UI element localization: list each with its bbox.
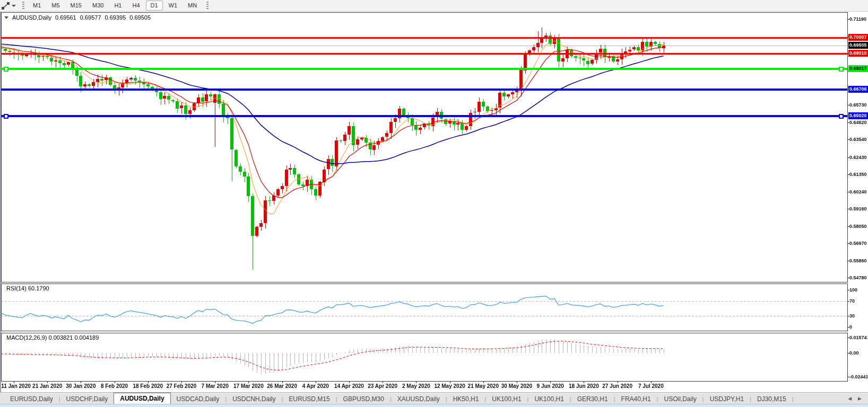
- chart-canvas[interactable]: [0, 0, 868, 407]
- date-label: 18 Jun 2020: [568, 383, 600, 390]
- trading-app-window: { "toolbar": { "timeframes": ["M1","M5",…: [0, 0, 868, 407]
- collapse-chart-icon[interactable]: [4, 16, 8, 19]
- price-tick-label: 0.60240: [849, 189, 867, 194]
- price-tick-label: 0.64620: [849, 120, 867, 125]
- rsi-tick-label: 100: [849, 287, 867, 293]
- date-label: 9 Jun 2020: [534, 383, 566, 390]
- macd-tick-label: 0.00: [849, 350, 867, 356]
- date-label: 14 Apr 2020: [333, 383, 365, 390]
- tab-eurusd-m15[interactable]: EURUSD,M15: [283, 394, 335, 404]
- level-badge: 0.68017: [848, 65, 868, 72]
- date-label: 27 Feb 2020: [166, 383, 197, 390]
- tab-uk100-h1[interactable]: UK100,H1: [486, 394, 527, 404]
- date-label: 18 Feb 2020: [132, 383, 164, 390]
- level-badge: 0.70007: [848, 34, 868, 41]
- date-label: 8 Feb 2020: [99, 383, 131, 390]
- tab-audusd-daily[interactable]: AUDUSD,Daily: [114, 393, 170, 404]
- macd-tick-label: 0.015741: [849, 335, 867, 340]
- tab-dj30-m15[interactable]: DJ30,M15: [751, 394, 792, 404]
- chart-symbol-period: AUDUSD,Daily: [12, 14, 51, 21]
- rsi-tick-label: 0: [849, 324, 867, 330]
- rsi-indicator-label: RSI(14) 60.1790: [6, 285, 49, 291]
- level-badge: 0.69010: [848, 50, 868, 57]
- ohlc-low: 0.69395: [105, 14, 126, 21]
- timeframe-button-m15[interactable]: M15: [66, 1, 86, 11]
- line-tool-button[interactable]: [0, 0, 18, 11]
- price-tick-label: 0.59160: [849, 206, 867, 211]
- price-tick-label: 0.54780: [849, 275, 867, 280]
- chart-title: AUDUSD,Daily 0.69561 0.69577 0.69395 0.6…: [4, 14, 154, 21]
- price-tick-label: 0.58050: [849, 224, 867, 229]
- tab-usdjpy-h1[interactable]: USDJPY,H1: [704, 394, 750, 404]
- date-label: 12 May 2020: [434, 383, 466, 390]
- date-label: 23 Apr 2020: [367, 383, 398, 390]
- tab-usdchf-daily[interactable]: USDCHF,Daily: [60, 394, 114, 404]
- ohlc-open: 0.69561: [55, 14, 76, 21]
- tab-separator: |: [792, 394, 794, 404]
- macd-tick-label: -0.02441: [849, 374, 867, 379]
- date-label: 21 Jan 2020: [31, 383, 63, 390]
- timeframe-button-h1[interactable]: H1: [109, 1, 126, 11]
- timeframe-button-m30[interactable]: M30: [88, 1, 108, 11]
- tab-hk50-h1[interactable]: HK50,H1: [447, 394, 485, 404]
- timeframe-buttons: M1M5M15M30H1H4D1W1MN: [28, 1, 202, 11]
- price-tick-label: 0.62430: [849, 155, 867, 160]
- date-label: 30 Jan 2020: [65, 383, 97, 390]
- toolbar-gripper-2[interactable]: [206, 2, 209, 10]
- window-frame-edge: [0, 11, 1, 392]
- toolbar-gripper[interactable]: [22, 2, 24, 10]
- date-label: 7 Jul 2020: [635, 383, 667, 390]
- price-tick-label: 0.55860: [849, 258, 867, 263]
- price-tick-label: 0.65730: [849, 102, 867, 108]
- toolbar: M1M5M15M30H1H4D1W1MN: [0, 0, 868, 12]
- tab-usoil-daily[interactable]: USOil,Daily: [658, 394, 702, 404]
- tab-scroll-arrows: ◀▶: [845, 393, 868, 404]
- tab-uk100-h1[interactable]: UK100,H1: [528, 394, 569, 404]
- chart-tabbar: EURUSD,Daily|USDCHF,DailyAUDUSD,DailyUSD…: [0, 392, 868, 404]
- timeframe-button-m5[interactable]: M5: [47, 1, 64, 11]
- ohlc-high: 0.69577: [80, 14, 101, 21]
- price-tick-label: 0.56970: [849, 241, 867, 246]
- level-badge: 0.66706: [848, 86, 868, 93]
- rsi-tick-label: 30: [849, 313, 867, 318]
- timeframe-button-mn[interactable]: MN: [183, 1, 202, 11]
- tabs-scroll-right-icon[interactable]: ▶: [855, 396, 865, 401]
- date-label: 27 Jun 2020: [602, 383, 633, 390]
- timeframe-button-d1[interactable]: D1: [146, 1, 163, 11]
- tab-xauusd-daily[interactable]: XAUUSD,Daily: [392, 394, 446, 404]
- tab-gbpusd-m30[interactable]: GBPUSD,M30: [337, 394, 390, 404]
- tab-eurusd-daily[interactable]: EURUSD,Daily: [4, 394, 59, 404]
- date-label: 26 Mar 2020: [266, 383, 298, 390]
- date-label: 21 May 2020: [467, 383, 499, 390]
- rsi-tick-label: 70: [849, 298, 867, 304]
- status-bar: [0, 404, 868, 407]
- tab-fra40-h1[interactable]: FRA40,H1: [615, 394, 657, 404]
- price-tick-label: 0.63540: [849, 137, 867, 142]
- price-tick-label: 0.71190: [849, 16, 867, 22]
- tab-usdcnh-daily[interactable]: USDCNH,Daily: [227, 394, 281, 404]
- timeframe-button-h4[interactable]: H4: [127, 1, 144, 11]
- date-label: 17 Mar 2020: [232, 383, 264, 390]
- level-badge: 0.65020: [848, 112, 868, 119]
- date-label: 11 Jan 2020: [0, 383, 32, 390]
- date-label: 7 Mar 2020: [199, 383, 231, 390]
- date-label: 2 May 2020: [400, 383, 432, 390]
- chevron-down-icon: [12, 5, 16, 7]
- price-tick-label: 0.61350: [849, 172, 867, 177]
- date-label: 4 Apr 2020: [300, 383, 332, 390]
- line-tool-icon: [2, 2, 10, 10]
- tabs-scroll-left-icon[interactable]: ◀: [845, 396, 855, 401]
- tab-usdcad-daily[interactable]: USDCAD,Daily: [171, 394, 225, 404]
- ohlc-close: 0.69505: [129, 14, 151, 21]
- date-label: 30 May 2020: [501, 383, 533, 390]
- current-price-badge: 0.69505: [848, 42, 868, 49]
- timeframe-button-w1[interactable]: W1: [164, 1, 183, 11]
- tab-ger30-h1[interactable]: GER30,H1: [571, 394, 614, 404]
- timeframe-button-m1[interactable]: M1: [28, 1, 46, 11]
- macd-indicator-label: MACD(12,26,9) 0.003821 0.004189: [6, 334, 99, 341]
